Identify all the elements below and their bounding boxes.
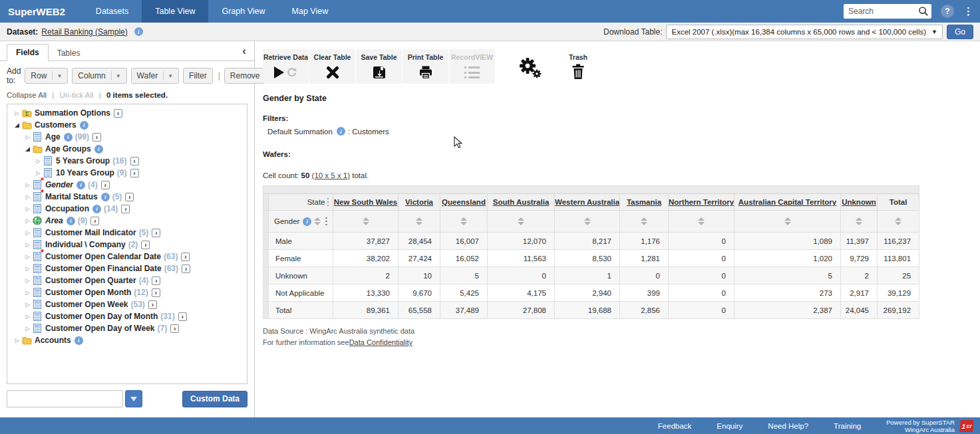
tree-item-customer-open-week[interactable]: ▷Customer Open Week(53)›	[7, 298, 247, 310]
expand-node-icon[interactable]: ▷	[23, 326, 32, 332]
search-input[interactable]	[844, 5, 914, 18]
trash-button[interactable]: Trash	[569, 49, 587, 80]
column-header-link[interactable]: Australian Capital Territory	[738, 198, 836, 206]
sort-toggle-icon[interactable]	[314, 217, 321, 225]
field-quick-add-button[interactable]: ›	[130, 157, 139, 165]
expand-node-icon[interactable]: ▷	[23, 314, 32, 320]
expand-node-icon[interactable]: ▷	[23, 218, 32, 224]
field-quick-add-button[interactable]: ›	[114, 109, 122, 118]
tree-item-marital-status[interactable]: ▷*Marital Statusi(5)›	[7, 191, 247, 203]
table-options-button[interactable]	[518, 57, 542, 81]
tab-fields[interactable]: Fields	[7, 44, 49, 61]
field-filter-input[interactable]	[7, 390, 123, 407]
tree-item-accounts[interactable]: ▷Accountsi	[7, 334, 247, 346]
tree-item-age-groups[interactable]: ◢Age Groupsi	[7, 143, 247, 155]
gender-info-icon[interactable]: i	[303, 217, 311, 226]
add-to-row-button[interactable]: Row▼	[25, 68, 68, 84]
add-to-column-button[interactable]: Column▼	[72, 68, 126, 84]
sort-toggle-icon[interactable]	[698, 217, 705, 225]
field-quick-add-button[interactable]: ›	[121, 205, 130, 213]
field-quick-add-button[interactable]: ›	[152, 276, 160, 285]
tab-tables[interactable]: Tables	[49, 45, 89, 61]
expand-node-icon[interactable]: ▷	[23, 194, 32, 200]
sort-toggle-icon[interactable]	[856, 217, 862, 225]
expand-node-icon[interactable]: ▷	[23, 242, 32, 248]
chevron-down-icon[interactable]: ▼	[111, 71, 121, 80]
column-header-link[interactable]: Western Australia	[555, 198, 619, 206]
field-quick-add-button[interactable]: ›	[152, 288, 160, 297]
field-quick-add-button[interactable]: ›	[178, 312, 187, 321]
field-quick-add-button[interactable]: ›	[92, 133, 101, 142]
tree-item-summation-options[interactable]: ▷ΣSummation Options›	[7, 107, 247, 119]
collapse-node-icon[interactable]: ◢	[23, 146, 32, 152]
info-icon[interactable]: i	[92, 205, 101, 213]
clear-table-button[interactable]: Clear Table	[309, 49, 355, 84]
field-quick-add-button[interactable]: ›	[170, 324, 179, 333]
row-dimension-header[interactable]: Genderi	[269, 211, 333, 233]
expand-node-icon[interactable]: ▷	[13, 110, 21, 116]
field-quick-add-button[interactable]: ›	[90, 217, 99, 225]
column-header-link[interactable]: South Australia	[493, 198, 550, 206]
add-to-wafer-button[interactable]: Wafer▼	[131, 68, 179, 84]
info-icon[interactable]: i	[75, 336, 83, 345]
retrieve-data-button[interactable]: Retrieve Data	[263, 49, 309, 84]
tree-item-customer-open-day-of-week[interactable]: ▷Customer Open Day of Week(7)›	[7, 322, 247, 334]
sort-toggle-icon[interactable]	[895, 217, 901, 225]
expand-node-icon[interactable]: ▷	[23, 206, 32, 212]
cell-count-link[interactable]: (10 x 5 x 1)	[312, 171, 351, 179]
collapse-node-icon[interactable]: ◢	[13, 122, 21, 128]
expand-node-icon[interactable]: ▷	[23, 290, 32, 296]
footer-feedback-link[interactable]: Feedback	[658, 422, 692, 430]
sort-toggle-icon[interactable]	[584, 217, 591, 225]
field-quick-add-button[interactable]: ›	[130, 169, 139, 177]
expand-node-icon[interactable]: ▷	[13, 338, 21, 344]
footer-training-link[interactable]: Training	[834, 422, 861, 430]
expand-node-icon[interactable]: ▷	[23, 134, 32, 140]
summation-info-icon[interactable]: i	[337, 127, 345, 136]
tree-item-customer-open-calendar-date[interactable]: ▷*Customer Open Calendar Date(63)›	[7, 251, 247, 263]
field-quick-add-button[interactable]: ›	[101, 181, 110, 189]
untick-all-link[interactable]: Un-tick All	[60, 91, 94, 99]
field-quick-add-button[interactable]: ›	[182, 265, 190, 273]
nav-table-view[interactable]: Table View	[142, 0, 208, 23]
data-confidentiality-link[interactable]: Data Confidentiality	[349, 338, 412, 346]
field-quick-add-button[interactable]: ›	[152, 229, 160, 237]
expand-node-icon[interactable]: ▷	[23, 230, 32, 236]
download-go-button[interactable]: Go	[947, 25, 973, 39]
download-format-select[interactable]: Excel 2007 (.xlsx)(max 16,384 columns x …	[666, 25, 943, 39]
dataset-name-link[interactable]: Retail Banking (Sample)	[41, 27, 127, 37]
expand-node-icon[interactable]: ▷	[23, 266, 32, 272]
nav-map-view[interactable]: Map View	[279, 0, 342, 23]
column-dimension-header[interactable]: State	[269, 194, 333, 211]
expand-node-icon[interactable]: ▷	[23, 182, 32, 188]
info-icon[interactable]: i	[64, 133, 73, 142]
help-icon[interactable]: ?	[941, 5, 954, 18]
search-icon[interactable]	[918, 6, 929, 19]
tree-item-age[interactable]: ▷Agei(99)›	[7, 131, 247, 143]
sort-toggle-icon[interactable]	[416, 217, 422, 225]
sort-toggle-icon[interactable]	[518, 217, 524, 225]
tree-item-5-years-group[interactable]: ▷5 Years Group(16)›	[7, 155, 247, 167]
tree-item-customer-open-day-of-month[interactable]: ▷Customer Open Day of Month(31)›	[7, 310, 247, 322]
collapse-all-link[interactable]: Collapse All	[7, 91, 47, 99]
tree-item-customer-open-month[interactable]: ▷Customer Open Month(12)›	[7, 286, 247, 298]
footer-enquiry-link[interactable]: Enquiry	[717, 422, 742, 430]
column-header-link[interactable]: Queensland	[442, 198, 486, 206]
cell-menu-icon[interactable]	[323, 217, 329, 227]
tree-item-customer-open-financial-date[interactable]: ▷Customer Open Financial Date(63)›	[7, 263, 247, 274]
expand-node-icon[interactable]: ▷	[23, 254, 32, 260]
column-header-link[interactable]: New South Wales	[334, 198, 397, 206]
tree-item-customers[interactable]: ◢Customersi	[7, 119, 247, 131]
info-icon[interactable]: i	[77, 181, 85, 189]
column-header-link[interactable]: Victoria	[405, 198, 433, 206]
sort-toggle-icon[interactable]	[460, 217, 467, 225]
column-header-link[interactable]: Northern Territory	[669, 198, 734, 206]
expand-node-icon[interactable]: ▷	[34, 158, 43, 164]
tree-item-area[interactable]: ▷Areai(9)›	[7, 215, 247, 227]
filter-funnel-button[interactable]	[125, 390, 142, 407]
field-quick-add-button[interactable]: ›	[125, 193, 134, 201]
expand-node-icon[interactable]: ▷	[23, 278, 32, 284]
recordview-button[interactable]: RecordVIEW	[449, 49, 495, 84]
info-icon[interactable]: i	[67, 217, 75, 225]
save-table-button[interactable]: Save Table	[356, 49, 402, 84]
